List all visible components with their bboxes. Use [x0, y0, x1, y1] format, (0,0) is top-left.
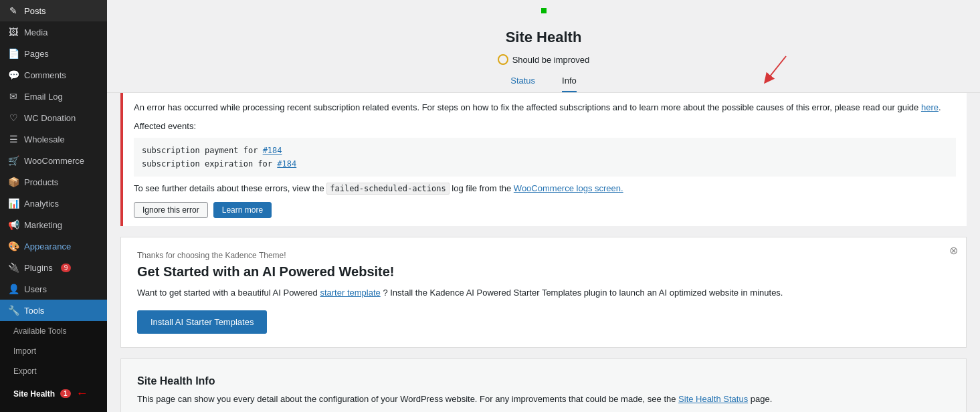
- site-health-badge: 1: [60, 389, 71, 398]
- error-guide-link[interactable]: here: [921, 102, 939, 112]
- log-code: failed-scheduled-actions: [326, 183, 449, 195]
- log-message: To see further details about these error…: [134, 182, 956, 195]
- pages-icon: 📄: [8, 48, 19, 59]
- analytics-icon: 📊: [8, 198, 19, 209]
- sidebar-item-comments[interactable]: 💬 Comments: [0, 64, 107, 86]
- posts-icon: ✎: [8, 5, 19, 16]
- sidebar-item-plugins[interactable]: 🔌 Plugins 9: [0, 257, 107, 278]
- learn-more-button[interactable]: Learn more: [213, 202, 272, 218]
- site-health-info-desc: This page can show you every detail abou…: [137, 393, 950, 407]
- event-2-link[interactable]: #184: [277, 159, 296, 169]
- ignore-error-button[interactable]: Ignore this error: [134, 202, 208, 218]
- promo-title: Get Started with an AI Powered Website!: [137, 264, 950, 280]
- install-ai-templates-button[interactable]: Install AI Starter Templates: [137, 310, 267, 334]
- sidebar-item-marketing[interactable]: 📢 Marketing: [0, 214, 107, 235]
- red-arrow-annotation: [739, 53, 793, 86]
- sidebar: ✎ Posts 🖼 Media 📄 Pages 💬 Comments ✉ Ema…: [0, 0, 107, 412]
- submenu-available-tools[interactable]: Available Tools: [0, 321, 107, 341]
- promo-close-button[interactable]: ⊗: [949, 244, 958, 257]
- site-health-info-title: Site Health Info: [137, 375, 950, 387]
- sidebar-item-pages[interactable]: 📄 Pages: [0, 43, 107, 64]
- email-icon: ✉: [8, 91, 19, 102]
- promo-desc: Want to get started with a beautiful AI …: [137, 286, 950, 300]
- tab-info[interactable]: Info: [562, 72, 577, 92]
- submenu-import[interactable]: Import: [0, 341, 107, 361]
- wholesale-icon: ☰: [8, 134, 19, 144]
- main-content: Site Health Should be improved Status In…: [107, 0, 980, 412]
- sidebar-item-tools[interactable]: 🔧 Tools: [0, 300, 107, 321]
- users-icon: 👤: [8, 284, 19, 294]
- plugins-badge: 9: [61, 264, 72, 272]
- sidebar-item-email-log[interactable]: ✉ Email Log: [0, 86, 107, 107]
- sidebar-item-wc-donation[interactable]: ♡ WC Donation: [0, 107, 107, 128]
- sidebar-item-appearance[interactable]: 🎨 Appearance: [0, 235, 107, 257]
- svg-line-0: [767, 56, 786, 80]
- starter-template-link[interactable]: starter template: [320, 288, 380, 298]
- sidebar-item-analytics[interactable]: 📊 Analytics: [0, 193, 107, 214]
- event-2: subscription expiration for #184: [142, 158, 948, 170]
- page-header: Site Health Should be improved Status In…: [107, 15, 980, 93]
- sidebar-item-posts[interactable]: ✎ Posts: [0, 0, 107, 21]
- status-text: Should be improved: [512, 55, 590, 65]
- event-1: subscription payment for #184: [142, 144, 948, 157]
- status-circle: [498, 54, 508, 65]
- sidebar-item-users[interactable]: 👤 Users: [0, 278, 107, 300]
- page-title: Site Health: [107, 29, 980, 46]
- tools-icon: 🔧: [8, 305, 19, 316]
- site-health-info-section: Site Health Info This page can show you …: [120, 358, 967, 412]
- site-health-status-link[interactable]: Site Health Status: [678, 394, 748, 404]
- green-dot: [541, 8, 547, 13]
- marketing-icon: 📢: [8, 219, 19, 230]
- affected-label: Affected events:: [134, 120, 956, 133]
- products-icon: 📦: [8, 177, 19, 187]
- comments-icon: 💬: [8, 70, 19, 80]
- sidebar-item-products[interactable]: 📦 Products: [0, 171, 107, 193]
- error-actions: Ignore this error Learn more: [134, 202, 956, 218]
- content-area: An error has occurred while processing r…: [107, 93, 980, 412]
- donation-icon: ♡: [8, 112, 19, 123]
- plugins-icon: 🔌: [8, 262, 19, 273]
- promo-subtitle: Thanks for choosing the Kadence Theme!: [137, 251, 950, 260]
- media-icon: 🖼: [8, 27, 19, 37]
- red-arrow-left: ←: [76, 387, 88, 401]
- tools-submenu: Available Tools Import Export Site Healt…: [0, 321, 107, 412]
- tab-status[interactable]: Status: [510, 72, 535, 92]
- submenu-export[interactable]: Export: [0, 361, 107, 381]
- promo-box: ⊗ Thanks for choosing the Kadence Theme!…: [120, 237, 967, 348]
- tabs-container: Status Info: [107, 72, 980, 93]
- woocommerce-icon: 🛒: [8, 155, 19, 166]
- status-line: Should be improved: [107, 54, 980, 65]
- woo-logs-link[interactable]: WooCommerce logs screen.: [514, 183, 623, 193]
- sidebar-item-media[interactable]: 🖼 Media: [0, 21, 107, 43]
- affected-events: subscription payment for #184 subscripti…: [134, 138, 956, 177]
- submenu-site-health[interactable]: Site Health 1 ←: [0, 381, 107, 406]
- sidebar-item-wholesale[interactable]: ☰ Wholesale: [0, 128, 107, 150]
- event-1-link[interactable]: #184: [263, 146, 282, 155]
- submenu-export-personal-data[interactable]: Export Personal Data: [0, 406, 107, 412]
- appearance-icon: 🎨: [8, 241, 19, 251]
- sidebar-item-woocommerce[interactable]: 🛒 WooCommerce: [0, 150, 107, 171]
- error-message: An error has occurred while processing r…: [134, 101, 956, 114]
- error-notice: An error has occurred while processing r…: [120, 93, 967, 226]
